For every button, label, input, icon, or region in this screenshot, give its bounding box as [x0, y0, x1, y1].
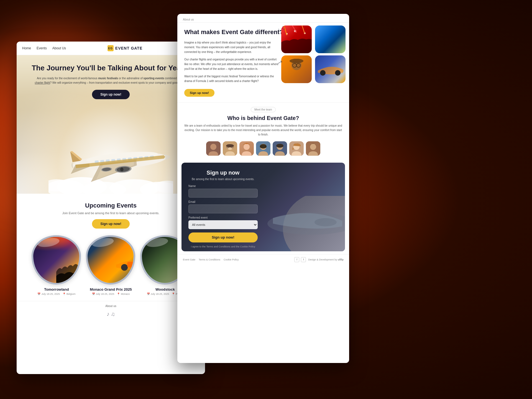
team-section: Meet the team Who is behind Event Gate? … — [177, 102, 349, 160]
airplane-image — [48, 130, 173, 194]
logo: EG EVENT GATE — [108, 45, 142, 51]
right-footer: Event Gate Terms & Conditions Cookie Pol… — [177, 254, 349, 265]
terms-link[interactable]: Terms & Conditions — [199, 258, 220, 261]
cookie-link[interactable]: Cookie Policy — [224, 258, 239, 261]
hero-subtitle: Are you ready for the excitement of worl… — [17, 73, 205, 88]
left-window: Home Events About Us EG EVENT GATE f ☨ T… — [17, 42, 205, 374]
footer-facebook-icon[interactable]: f — [294, 257, 299, 262]
signup-cta-button[interactable]: Sign up now! — [188, 232, 258, 242]
preferred-event-label: Preferred event — [188, 216, 258, 219]
meet-team-label: Meet the team — [251, 107, 276, 112]
svg-point-51 — [260, 144, 267, 149]
avatar-4 — [256, 141, 270, 156]
bottom-about-label: About us — [17, 301, 205, 311]
hero-section: The Journey You'll be Talking About for … — [17, 55, 205, 194]
logo-text: EVENT GATE — [115, 46, 142, 50]
footer-credit: Design & Development by ullllp — [308, 258, 344, 261]
event-meta-monaco: 📅 July 18-25, 2025 📍 Monaco — [86, 293, 136, 295]
signup-section: Sign up now Be among the first to learn … — [181, 163, 345, 251]
svg-point-62 — [314, 218, 337, 226]
right-window: About us What makes Event Gate different… — [177, 14, 349, 363]
event-img-festival — [281, 55, 312, 83]
music-note-left: ♪ ♫ — [17, 311, 205, 319]
svg-rect-52 — [260, 147, 262, 147]
team-title: Who is behind Event Gate? — [184, 115, 342, 121]
event-name-monaco: Monaco Grand Prix 2025 — [86, 287, 136, 291]
svg-rect-35 — [293, 59, 300, 62]
avatar-5 — [273, 141, 287, 156]
svg-point-25 — [121, 264, 128, 271]
events-cta-button[interactable]: Sign up now! — [92, 219, 129, 229]
event-img-f1 — [315, 55, 346, 83]
event-window-monaco — [86, 235, 135, 285]
footer-links: Event Gate Terms & Conditions Cookie Pol… — [183, 258, 239, 261]
hero-cta-button[interactable]: Sign up now! — [92, 90, 129, 99]
nav-events[interactable]: Events — [37, 46, 47, 50]
svg-point-41 — [210, 144, 216, 150]
events-title: Upcoming Events — [25, 202, 197, 209]
name-label: Name — [188, 185, 258, 188]
signup-form-subtitle: Be among the first to learn about upcomi… — [188, 178, 258, 181]
music-note-2: ♫ — [281, 24, 286, 31]
logo-icon: EG — [108, 45, 114, 51]
signup-form: Sign up now Be among the first to learn … — [181, 163, 265, 251]
event-card-monaco: Monaco Grand Prix 2025 📅 July 18-25, 202… — [86, 235, 136, 295]
about-section-wrapper: What makes Event Gate different? Imagine… — [177, 23, 349, 102]
svg-point-44 — [226, 144, 234, 147]
footer-brand: Event Gate — [183, 258, 195, 261]
nav-about[interactable]: About Us — [52, 46, 66, 50]
name-input[interactable] — [188, 189, 258, 198]
email-label: Email — [188, 200, 258, 203]
event-meta-tomorrowland: 📅 July 18-25, 2025 📍 Belgium — [32, 293, 81, 295]
svg-point-60 — [310, 144, 316, 150]
signup-plane-svg — [256, 190, 345, 251]
avatar-1 — [206, 141, 221, 156]
event-img-beach — [315, 25, 346, 53]
terms-text: I agree to the Terms and Conditions and … — [188, 245, 258, 248]
svg-point-56 — [276, 144, 283, 148]
svg-point-38 — [320, 70, 326, 76]
team-description: We are a team of enthusiasts united by a… — [184, 124, 342, 137]
preferred-event-select[interactable]: All events Tomorrowland Monaco Grand Pri… — [188, 220, 258, 229]
about-cta-button[interactable]: Sign up now! — [184, 89, 214, 97]
footer-right: f ☨ Design & Development by ullllp — [294, 257, 344, 262]
team-avatars — [184, 141, 342, 156]
avatar-3 — [239, 141, 254, 156]
hero-title: The Journey You'll be Talking About for … — [17, 63, 205, 73]
email-input[interactable] — [188, 204, 258, 213]
windows-container: Home Events About Us EG EVENT GATE f ☨ T… — [17, 14, 515, 385]
events-subtitle: Join Event Gate and be among the first t… — [25, 211, 197, 215]
nav-home[interactable]: Home — [22, 46, 31, 50]
footer-instagram-icon[interactable]: ☨ — [301, 257, 306, 262]
event-img-concert — [281, 25, 312, 53]
events-section: Upcoming Events Join Event Gate and be a… — [17, 194, 205, 301]
event-card-tomorrowland: Tomorrowland 📅 July 18-25, 2025 📍 Belgiu… — [32, 235, 81, 295]
avatar-6 — [289, 141, 304, 156]
about-text-1: Imagine a trip where you don't think abo… — [184, 40, 278, 54]
events-grid: Tomorrowland 📅 July 18-25, 2025 📍 Belgiu… — [25, 235, 197, 295]
event-window-tomorrowland — [32, 235, 81, 285]
svg-rect-53 — [265, 147, 267, 147]
navigation: Home Events About Us EG EVENT GATE f ☨ — [17, 42, 205, 55]
signup-form-title: Sign up now — [188, 170, 258, 176]
music-note-1: ♪ — [277, 27, 280, 33]
footer-social: f ☨ — [294, 257, 306, 262]
about-text-2: Our charter flights and organized groups… — [184, 57, 278, 71]
avatar-2 — [223, 141, 237, 156]
right-about-label: About us — [177, 14, 349, 23]
svg-point-48 — [244, 144, 250, 150]
nav-links: Home Events About Us — [22, 46, 66, 50]
avatar-7 — [306, 141, 320, 156]
about-text-3: Want to be part of the biggest music fes… — [184, 74, 278, 83]
svg-point-39 — [335, 70, 341, 76]
event-name-tomorrowland: Tomorrowland — [32, 287, 81, 291]
event-images-grid — [281, 25, 346, 83]
svg-rect-27 — [127, 262, 135, 267]
